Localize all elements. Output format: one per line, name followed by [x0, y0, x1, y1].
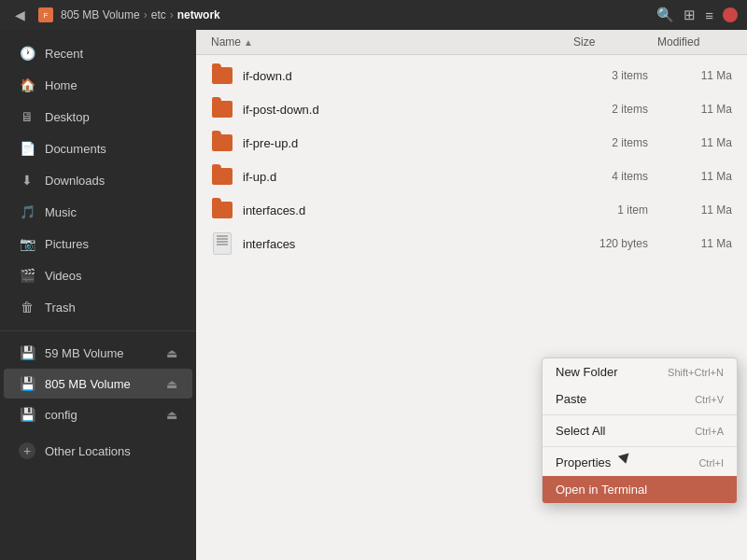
- select-all-label: Select All: [556, 424, 605, 438]
- sidebar-item-desktop[interactable]: 🖥 Desktop: [4, 102, 192, 132]
- back-button[interactable]: ◀: [9, 6, 31, 24]
- app-icon: F: [38, 7, 53, 22]
- menu-icon[interactable]: ≡: [705, 7, 713, 23]
- file-name: if-post-down.d: [243, 103, 555, 117]
- sidebar-item-videos[interactable]: 🎬 Videos: [4, 260, 192, 290]
- sidebar-label-trash: Trash: [45, 301, 177, 315]
- sidebar-label-home: Home: [45, 78, 177, 92]
- close-button[interactable]: [723, 7, 738, 22]
- search-icon[interactable]: 🔍: [656, 7, 674, 23]
- documents-icon: 📄: [19, 140, 35, 157]
- context-menu: New Folder Shift+Ctrl+N Paste Ctrl+V Sel…: [542, 357, 738, 504]
- sidebar-label-config: config: [45, 408, 157, 422]
- folder-icon: [211, 64, 233, 87]
- sidebar-item-documents[interactable]: 📄 Documents: [4, 133, 192, 163]
- context-menu-item-open-terminal[interactable]: Open in Terminal: [543, 476, 737, 503]
- file-name: interfaces.d: [243, 203, 555, 217]
- file-modified: 11 Ma: [657, 136, 732, 149]
- file-modified: 11 Ma: [657, 103, 732, 116]
- context-menu-item-new-folder[interactable]: New Folder Shift+Ctrl+N: [543, 358, 737, 385]
- desktop-icon: 🖥: [19, 108, 35, 125]
- sidebar-item-home[interactable]: 🏠 Home: [4, 70, 192, 100]
- table-row[interactable]: interfaces 120 bytes 11 Ma: [196, 227, 747, 260]
- sidebar-item-music[interactable]: 🎵 Music: [4, 197, 192, 227]
- file-modified: 11 Ma: [657, 203, 732, 217]
- drive-59mb-icon: 💾: [19, 344, 35, 361]
- open-terminal-label: Open in Terminal: [556, 483, 647, 497]
- sidebar-item-pictures[interactable]: 📷 Pictures: [4, 229, 192, 259]
- content-area: Name ▲ Size Modified if-down.d 3 items 1…: [196, 30, 747, 560]
- context-menu-item-paste[interactable]: Paste Ctrl+V: [543, 385, 737, 413]
- sidebar-label-downloads: Downloads: [45, 174, 177, 188]
- file-size: 2 items: [564, 103, 648, 116]
- recent-icon: 🕐: [19, 45, 35, 62]
- file-modified: 11 Ma: [657, 237, 732, 250]
- table-row[interactable]: if-down.d 3 items 11 Ma: [196, 59, 747, 92]
- home-icon: 🏠: [19, 77, 35, 93]
- folder-icon: [211, 132, 233, 154]
- grid-icon[interactable]: ⊞: [684, 7, 696, 23]
- table-row[interactable]: if-pre-up.d 2 items 11 Ma: [196, 126, 747, 160]
- sort-arrow-icon: ▲: [244, 37, 253, 48]
- videos-icon: 🎬: [19, 267, 35, 284]
- trash-icon: 🗑: [19, 299, 35, 315]
- pictures-icon: 📷: [19, 235, 35, 252]
- file-name: if-up.d: [243, 170, 555, 184]
- add-location-icon[interactable]: +: [19, 442, 35, 459]
- file-size: 3 items: [564, 69, 648, 82]
- downloads-icon: ⬇: [19, 172, 35, 189]
- drive-805mb-icon: 💾: [19, 375, 35, 392]
- sidebar-item-config[interactable]: 💾 config ⏏: [4, 399, 192, 429]
- sidebar-label-59mb: 59 MB Volume: [45, 346, 157, 360]
- select-all-shortcut: Ctrl+A: [695, 426, 724, 437]
- sidebar-label-videos: Videos: [45, 269, 177, 283]
- path-segment-etc[interactable]: etc: [151, 8, 166, 21]
- sidebar-label-documents: Documents: [45, 142, 177, 156]
- sidebar-item-805mb[interactable]: 💾 805 MB Volume ⏏: [4, 369, 192, 399]
- sidebar-item-trash[interactable]: 🗑 Trash: [4, 292, 192, 322]
- context-menu-separator-2: [543, 446, 737, 447]
- file-name: if-pre-up.d: [243, 136, 555, 150]
- file-modified: 11 Ma: [657, 170, 732, 183]
- new-folder-label: New Folder: [556, 365, 617, 379]
- table-row[interactable]: if-up.d 4 items 11 Ma: [196, 160, 747, 193]
- main-container: 🕐 Recent 🏠 Home 🖥 Desktop 📄 Documents ⬇ …: [0, 30, 747, 560]
- sidebar-item-recent[interactable]: 🕐 Recent: [4, 38, 192, 68]
- eject-59mb-icon[interactable]: ⏏: [166, 346, 177, 360]
- sidebar: 🕐 Recent 🏠 Home 🖥 Desktop 📄 Documents ⬇ …: [0, 30, 196, 560]
- titlebar-actions: 🔍 ⊞ ≡: [656, 7, 738, 23]
- context-menu-separator: [543, 414, 737, 415]
- file-size: 120 bytes: [564, 237, 648, 250]
- file-size: 1 item: [564, 203, 648, 217]
- eject-805mb-icon[interactable]: ⏏: [166, 377, 177, 391]
- sidebar-item-other-locations[interactable]: + Other Locations: [4, 436, 192, 466]
- table-row[interactable]: interfaces.d 1 item 11 Ma: [196, 193, 747, 227]
- breadcrumb: 805 MB Volume › etc › network: [61, 8, 649, 21]
- sidebar-label-805mb: 805 MB Volume: [45, 377, 157, 391]
- titlebar: ◀ F 805 MB Volume › etc › network 🔍 ⊞ ≡: [0, 0, 747, 30]
- sidebar-label-other-locations: Other Locations: [45, 444, 177, 458]
- file-name: interfaces: [243, 237, 555, 251]
- path-sep-1: ›: [144, 8, 148, 21]
- sidebar-label-desktop: Desktop: [45, 110, 177, 124]
- column-header-name[interactable]: Name ▲: [211, 35, 573, 49]
- path-segment-network[interactable]: network: [177, 8, 220, 21]
- context-menu-item-properties[interactable]: Properties Ctrl+I: [543, 449, 737, 476]
- eject-config-icon[interactable]: ⏏: [166, 408, 177, 422]
- table-row[interactable]: if-post-down.d 2 items 11 Ma: [196, 92, 747, 126]
- sidebar-label-pictures: Pictures: [45, 237, 177, 251]
- column-header-modified[interactable]: Modified: [657, 35, 732, 49]
- column-header-size[interactable]: Size: [573, 35, 657, 49]
- folder-icon: [211, 199, 233, 221]
- file-modified: 11 Ma: [657, 69, 732, 82]
- sidebar-item-59mb[interactable]: 💾 59 MB Volume ⏏: [4, 338, 192, 368]
- file-size: 2 items: [564, 136, 648, 149]
- sidebar-item-downloads[interactable]: ⬇ Downloads: [4, 165, 192, 195]
- path-sep-2: ›: [170, 8, 174, 21]
- properties-shortcut: Ctrl+I: [698, 457, 724, 469]
- properties-label: Properties: [556, 455, 611, 469]
- context-menu-item-select-all[interactable]: Select All Ctrl+A: [543, 417, 737, 444]
- music-icon: 🎵: [19, 203, 35, 220]
- path-segment-volume[interactable]: 805 MB Volume: [61, 8, 140, 21]
- file-name: if-down.d: [243, 69, 555, 83]
